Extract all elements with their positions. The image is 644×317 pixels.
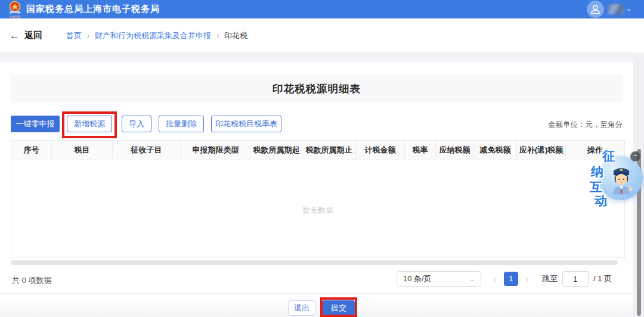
total-pages-text: / 1 页 [593, 274, 612, 284]
jump-page-input[interactable] [562, 271, 589, 287]
user-avatar[interactable] [587, 1, 604, 18]
breadcrumb-separator-icon: › [87, 32, 89, 40]
breadcrumb-current: 印花税 [224, 30, 247, 41]
table-column-header: 税率 [405, 141, 436, 160]
zero-declare-button[interactable]: 一键零申报 [11, 116, 60, 132]
prev-page-button[interactable]: ‹ [493, 274, 496, 284]
interaction-widget[interactable] [599, 156, 643, 200]
total-count-text: 共 0 项数据 [12, 275, 51, 286]
exit-button[interactable]: 退出 [288, 300, 315, 316]
back-arrow-icon: ← [10, 30, 20, 42]
breadcrumb-category[interactable]: 财产和行为税税源采集及合并申报 [95, 30, 211, 41]
back-button[interactable]: ← 返回 [10, 30, 42, 42]
main-card: 印花税税源明细表 一键零申报 新增税源 导入 批量删除 印花税税目税率表 金额单… [0, 62, 633, 293]
breadcrumb-separator-icon: › [216, 32, 219, 40]
widget-minimize-button[interactable]: − [630, 151, 640, 161]
app-header: 中国税务 国家税务总局上海市电子税务局 ⌄ [0, 0, 644, 18]
table-column-header: 申报期限类型 [181, 141, 251, 160]
chevron-down-icon: ⌄ [469, 272, 475, 286]
back-label: 返回 [24, 30, 42, 41]
breadcrumb-bar: ← 返回 首页 › 财产和行为税税源采集及合并申报 › 印花税 [0, 18, 644, 52]
page: 中国税务 国家税务总局上海市电子税务局 ⌄ ← 返回 首页 › 财产和行为税税源… [0, 0, 644, 317]
pagination: 10 条/页 ⌄ ‹ 1 › 跳至 / 1 页 [397, 271, 612, 287]
person-icon [589, 3, 602, 15]
page-size-value: 10 条/页 [403, 274, 432, 283]
table-column-header: 应补(退)税额 [517, 141, 566, 160]
tax-officer-illustration [608, 162, 634, 195]
tax-emblem-icon: 中国税务 [7, 1, 23, 18]
next-page-button[interactable]: › [526, 274, 529, 284]
table-column-header: 减免税额 [474, 141, 517, 160]
table-column-header: 税款所属期起 [251, 141, 302, 160]
table-column-header: 计税金额 [356, 141, 405, 160]
page-background-gap [0, 52, 644, 62]
page-size-select[interactable]: 10 条/页 ⌄ [397, 271, 481, 287]
table-column-header: 税款所属期止 [302, 141, 356, 160]
import-button[interactable]: 导入 [122, 116, 151, 132]
submit-button[interactable]: 提交 [323, 300, 355, 315]
empty-state-text: 暂无数据 [11, 205, 624, 216]
table-header-row: 序号 税目 征收子目 申报期限类型 税款所属期起 税款所属期止 计税金额 税率 … [11, 141, 624, 160]
amount-unit-note: 金额单位：元，至角分 [548, 120, 623, 130]
title-band: 印花税税源明细表 [11, 75, 623, 102]
chevron-down-icon[interactable]: ⌄ [626, 4, 632, 13]
table-column-header: 税目 [52, 141, 113, 160]
app-title: 国家税务总局上海市电子税务局 [26, 4, 160, 15]
footer-bar: 退出 提交 [0, 293, 644, 317]
table-column-header: 应纳税额 [436, 141, 474, 160]
table-column-header: 征收子目 [113, 141, 181, 160]
breadcrumb: 首页 › 财产和行为税税源采集及合并申报 › 印花税 [66, 30, 247, 41]
page-1-button[interactable]: 1 [504, 272, 518, 286]
table-horizontal-scrollbar[interactable] [11, 260, 618, 265]
rate-table-button[interactable]: 印花税税目税率表 [211, 116, 281, 132]
page-title: 印花税税源明细表 [273, 83, 361, 95]
jump-to-label: 跳至 [542, 274, 558, 284]
user-name-blurred[interactable] [608, 4, 624, 14]
batch-delete-button[interactable]: 批量删除 [159, 116, 204, 132]
table-column-header: 序号 [11, 141, 52, 160]
tax-source-table: 序号 税目 征收子目 申报期限类型 税款所属期起 税款所属期止 计税金额 税率 … [11, 140, 625, 258]
add-source-button[interactable]: 新增税源 [67, 116, 112, 132]
breadcrumb-home[interactable]: 首页 [66, 30, 82, 41]
